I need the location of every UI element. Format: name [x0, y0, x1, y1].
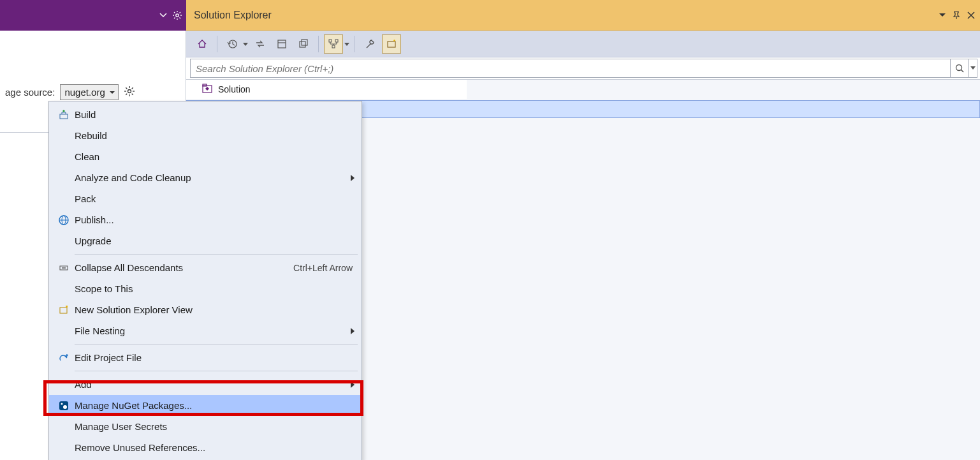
ctx-add[interactable]: Add — [49, 374, 362, 395]
hierarchy-dropdown-icon[interactable] — [344, 39, 349, 49]
ctx-item-label: Clean — [75, 151, 353, 162]
ctx-item-label: Edit Project File — [75, 352, 353, 363]
search-icon[interactable] — [950, 59, 968, 77]
new-view-icon — [53, 305, 75, 315]
svg-rect-16 — [332, 45, 335, 48]
package-source-select[interactable]: nuget.org — [60, 84, 118, 100]
solution-explorer-header: Solution Explorer — [186, 0, 980, 31]
window-icon[interactable] — [272, 34, 291, 54]
svg-rect-10 — [278, 40, 286, 48]
windows-icon[interactable] — [294, 34, 313, 54]
collapse-icon — [53, 263, 75, 273]
tree-row-solution[interactable]: Solution — [186, 80, 467, 99]
ctx-item-label: Manage NuGet Packages... — [75, 400, 353, 411]
svg-point-41 — [63, 405, 67, 409]
toolbar-chevron-down-icon[interactable] — [159, 11, 167, 19]
sync-icon[interactable] — [251, 34, 270, 54]
package-source-value: nuget.org — [64, 87, 105, 98]
svg-rect-13 — [302, 40, 307, 45]
ctx-separator — [75, 371, 358, 371]
ctx-scope-to-this[interactable]: Scope to This — [49, 278, 362, 299]
ctx-item-label: Collapse All Descendants — [75, 262, 293, 273]
wrench-icon[interactable] — [360, 34, 379, 54]
ctx-separator — [75, 344, 358, 345]
ctx-manage-nuget[interactable]: Manage NuGet Packages... — [49, 395, 362, 416]
svg-line-27 — [126, 87, 127, 89]
nuget-icon — [53, 400, 75, 412]
svg-rect-15 — [335, 40, 338, 42]
ctx-pack[interactable]: Pack — [49, 188, 362, 209]
ctx-item-label: Upgrade — [75, 235, 353, 246]
search-input[interactable] — [191, 63, 950, 74]
ctx-item-label: Build — [75, 109, 353, 120]
dropdown-icon[interactable] — [939, 12, 946, 19]
ctx-item-label: Remove Unused References... — [75, 442, 353, 453]
submenu-arrow-icon — [350, 380, 355, 390]
toolbar-separator — [217, 36, 217, 52]
svg-line-30 — [131, 87, 133, 89]
svg-line-29 — [126, 94, 127, 95]
ctx-rebuild[interactable]: Rebuild — [49, 125, 362, 146]
submenu-arrow-icon — [350, 173, 355, 183]
solution-explorer-search[interactable] — [190, 59, 977, 78]
ctx-collapse-descendants[interactable]: Collapse All Descendants Ctrl+Left Arrow — [49, 257, 362, 278]
context-menu: Build Rebuild Clean Analyze and Code Cle… — [48, 101, 362, 460]
globe-icon — [53, 214, 75, 226]
svg-rect-37 — [60, 308, 67, 313]
ctx-publish[interactable]: Publish... — [49, 209, 362, 230]
package-source-settings-icon[interactable] — [124, 85, 135, 99]
ctx-build[interactable]: Build — [49, 104, 362, 125]
package-source-label: age source: — [5, 87, 55, 98]
preview-icon[interactable] — [382, 34, 401, 54]
ctx-analyze[interactable]: Analyze and Code Cleanup — [49, 167, 362, 188]
toolbar-separator — [318, 36, 319, 52]
ctx-item-label: Pack — [75, 193, 353, 204]
ctx-item-label: New Solution Explorer View — [75, 304, 353, 315]
ctx-item-label: Add — [75, 379, 353, 390]
ctx-file-nesting[interactable]: File Nesting — [49, 320, 362, 341]
solution-explorer-toolbar — [186, 31, 980, 57]
svg-rect-14 — [329, 40, 332, 42]
svg-line-28 — [131, 94, 133, 95]
toolbar-gear-icon[interactable] — [172, 10, 182, 20]
ctx-item-label: Rebuild — [75, 130, 353, 141]
svg-line-7 — [174, 18, 175, 19]
history-icon[interactable] — [223, 34, 242, 54]
svg-rect-31 — [60, 114, 68, 119]
svg-point-40 — [61, 403, 63, 404]
toolbar-purple-strip — [0, 0, 186, 31]
toolbar-separator — [355, 36, 355, 52]
search-dropdown-icon[interactable] — [968, 59, 977, 77]
ctx-new-solution-explorer-view[interactable]: New Solution Explorer View — [49, 299, 362, 320]
close-icon[interactable] — [967, 11, 975, 19]
solution-explorer-title: Solution Explorer — [194, 10, 272, 21]
edit-icon — [53, 353, 75, 363]
ctx-item-label: Analyze and Code Cleanup — [75, 172, 353, 183]
svg-line-8 — [180, 12, 181, 13]
ctx-remove-unused-references[interactable]: Remove Unused References... — [49, 437, 362, 458]
build-icon — [53, 109, 75, 121]
ctx-item-shortcut: Ctrl+Left Arrow — [293, 263, 353, 273]
ctx-upgrade[interactable]: Upgrade — [49, 230, 362, 251]
svg-line-5 — [174, 12, 175, 13]
home-icon[interactable] — [193, 34, 212, 54]
svg-line-19 — [961, 70, 963, 73]
tree-row-label: Solution — [218, 84, 251, 94]
ctx-manage-user-secrets[interactable]: Manage User Secrets — [49, 416, 362, 437]
svg-line-6 — [180, 18, 181, 19]
svg-point-38 — [66, 306, 68, 307]
history-dropdown-icon[interactable] — [243, 39, 248, 49]
svg-point-18 — [956, 65, 962, 71]
svg-point-0 — [176, 14, 179, 17]
ctx-clean[interactable]: Clean — [49, 146, 362, 167]
ctx-item-label: Scope to This — [75, 283, 353, 294]
ctx-edit-project-file[interactable]: Edit Project File — [49, 347, 362, 368]
ctx-item-label: File Nesting — [75, 325, 353, 336]
svg-rect-17 — [388, 41, 395, 47]
submenu-arrow-icon — [350, 326, 355, 336]
hierarchy-icon[interactable] — [324, 34, 343, 54]
pin-icon[interactable] — [952, 11, 961, 20]
svg-rect-12 — [300, 41, 305, 47]
svg-point-22 — [128, 90, 131, 93]
solution-icon — [201, 83, 213, 96]
